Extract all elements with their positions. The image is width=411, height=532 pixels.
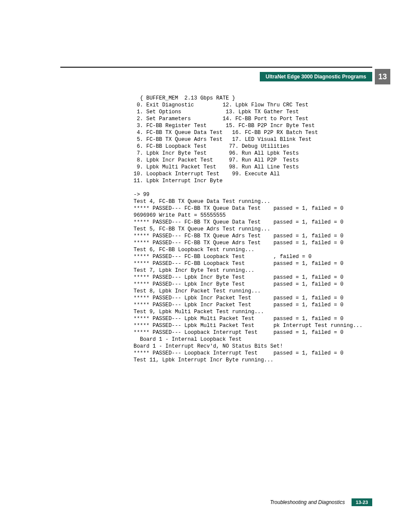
- chapter-tab: 13: [375, 69, 390, 84]
- diagnostic-output: { BUFFER_MEM 2.13 Gbps RATE } 0. Exit Di…: [134, 95, 364, 364]
- page: UltraNet Edge 3000 Diagnostic Programs 1…: [0, 0, 411, 532]
- header-rule: [60, 67, 372, 68]
- footer: Troubleshooting and Diagnostics 13-23: [270, 498, 372, 506]
- footer-title: Troubleshooting and Diagnostics: [270, 499, 345, 505]
- content-area: { BUFFER_MEM 2.13 Gbps RATE } 0. Exit Di…: [134, 95, 364, 364]
- header-bar: UltraNet Edge 3000 Diagnostic Programs: [260, 72, 372, 81]
- page-number: 13-23: [352, 498, 372, 506]
